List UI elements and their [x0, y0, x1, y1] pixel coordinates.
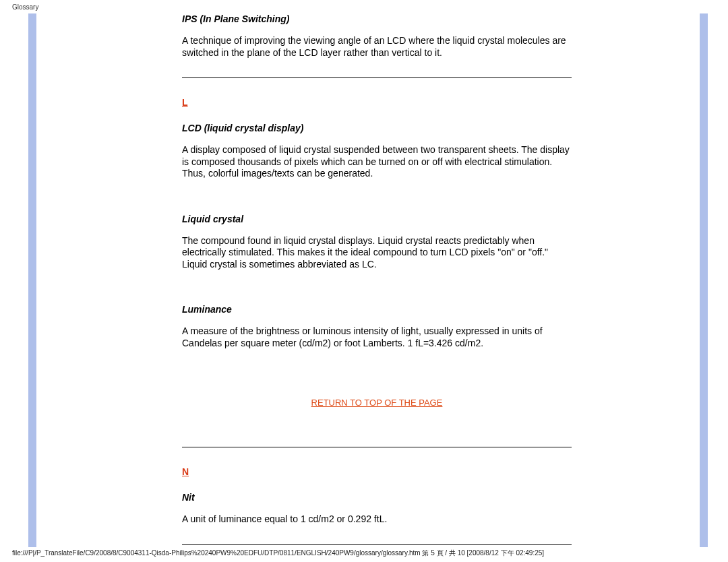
term-ips: IPS (In Plane Switching) A technique of … [182, 13, 572, 59]
glossary-content: IPS (In Plane Switching) A technique of … [182, 13, 572, 562]
term-body: A measure of the brightness or luminous … [182, 325, 572, 349]
return-to-top-link[interactable]: RETURN TO TOP OF THE PAGE [182, 398, 572, 408]
term-liquid-crystal: Liquid crystal The compound found in liq… [182, 214, 572, 271]
page-header-label: Glossary [12, 3, 38, 11]
page-frame: IPS (In Plane Switching) A technique of … [28, 13, 708, 547]
footer-path: file:///P|/P_TranslateFile/C9/2008/8/C90… [12, 549, 544, 558]
section-letter-L[interactable]: L [182, 97, 572, 108]
term-luminance: Luminance A measure of the brightness or… [182, 304, 572, 349]
term-title: Liquid crystal [182, 214, 572, 224]
left-sidebar-stripe [28, 13, 36, 547]
term-lcd: LCD (liquid crystal display) A display c… [182, 123, 572, 180]
term-body: A display composed of liquid crystal sus… [182, 144, 572, 180]
divider [182, 447, 572, 447]
divider [182, 544, 572, 545]
term-title: Luminance [182, 304, 572, 315]
divider [182, 77, 572, 78]
term-title: Nit [182, 492, 572, 503]
term-title: LCD (liquid crystal display) [182, 123, 572, 133]
section-letter-N[interactable]: N [182, 466, 572, 477]
term-body: A technique of improving the viewing ang… [182, 35, 572, 59]
term-body: A unit of luminance equal to 1 cd/m2 or … [182, 513, 572, 526]
term-title: IPS (In Plane Switching) [182, 13, 572, 24]
term-body: The compound found in liquid crystal dis… [182, 235, 572, 271]
term-nit: Nit A unit of luminance equal to 1 cd/m2… [182, 492, 572, 526]
right-sidebar-stripe [700, 13, 708, 547]
